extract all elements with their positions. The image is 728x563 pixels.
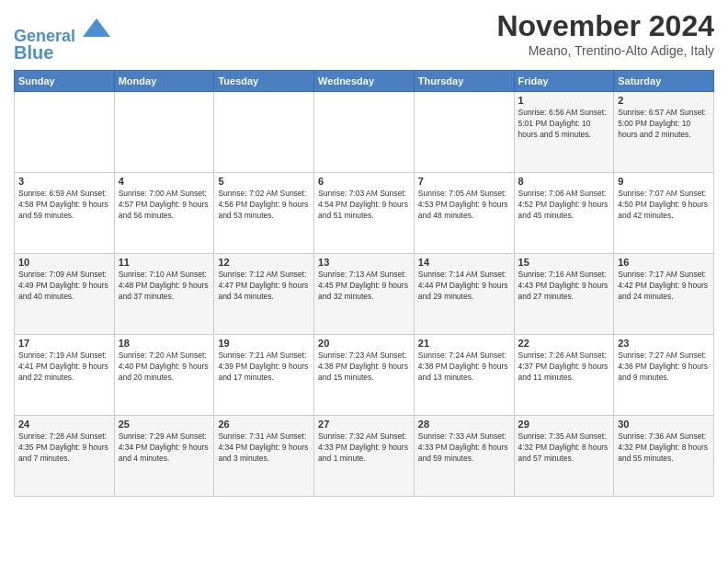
day-cell: 20Sunrise: 7:23 AM Sunset: 4:38 PM Dayli… [314,334,415,415]
day-info: Sunrise: 7:36 AM Sunset: 4:32 PM Dayligh… [618,431,710,465]
day-number: 10 [18,257,110,268]
logo: General Blue [14,14,110,63]
day-number: 3 [18,176,110,187]
day-cell [114,91,214,172]
day-info: Sunrise: 7:27 AM Sunset: 4:36 PM Dayligh… [618,350,710,384]
day-info: Sunrise: 7:20 AM Sunset: 4:40 PM Dayligh… [119,350,210,384]
svg-marker-0 [83,18,110,37]
day-number: 5 [218,176,310,187]
day-cell: 11Sunrise: 7:10 AM Sunset: 4:48 PM Dayli… [114,253,214,334]
day-cell: 2Sunrise: 6:57 AM Sunset: 5:00 PM Daylig… [614,91,714,172]
col-header-thursday: Thursday [414,70,514,91]
calendar-header-row: SundayMondayTuesdayWednesdayThursdayFrid… [15,70,714,91]
day-number: 7 [418,176,510,187]
col-header-saturday: Saturday [614,70,714,91]
day-info: Sunrise: 7:31 AM Sunset: 4:34 PM Dayligh… [218,431,310,465]
day-number: 26 [218,419,310,430]
day-number: 23 [618,338,710,349]
day-info: Sunrise: 7:06 AM Sunset: 4:52 PM Dayligh… [518,189,610,222]
day-info: Sunrise: 7:28 AM Sunset: 4:35 PM Dayligh… [18,431,110,465]
day-number: 28 [418,419,510,430]
day-cell: 27Sunrise: 7:32 AM Sunset: 4:33 PM Dayli… [314,415,415,496]
day-number: 22 [518,338,610,349]
month-title: November 2024 [496,9,714,43]
day-info: Sunrise: 7:16 AM Sunset: 4:43 PM Dayligh… [518,270,610,303]
day-info: Sunrise: 6:56 AM Sunset: 5:01 PM Dayligh… [518,108,610,141]
col-header-wednesday: Wednesday [314,70,415,91]
day-cell: 14Sunrise: 7:14 AM Sunset: 4:44 PM Dayli… [414,253,514,334]
day-info: Sunrise: 7:00 AM Sunset: 4:57 PM Dayligh… [119,189,210,222]
col-header-friday: Friday [514,70,614,91]
day-number: 17 [18,338,110,349]
day-info: Sunrise: 6:59 AM Sunset: 4:58 PM Dayligh… [18,189,110,222]
day-info: Sunrise: 7:19 AM Sunset: 4:41 PM Dayligh… [18,350,110,384]
day-cell [414,91,514,172]
day-info: Sunrise: 7:10 AM Sunset: 4:48 PM Dayligh… [119,270,210,303]
location: Meano, Trentino-Alto Adige, Italy [496,43,714,58]
day-info: Sunrise: 7:17 AM Sunset: 4:42 PM Dayligh… [618,270,710,303]
day-info: Sunrise: 6:57 AM Sunset: 5:00 PM Dayligh… [618,108,710,141]
day-info: Sunrise: 7:35 AM Sunset: 4:32 PM Dayligh… [518,431,610,465]
day-info: Sunrise: 7:32 AM Sunset: 4:33 PM Dayligh… [318,431,410,465]
day-number: 19 [218,338,310,349]
week-row-5: 24Sunrise: 7:28 AM Sunset: 4:35 PM Dayli… [15,415,714,496]
week-row-4: 17Sunrise: 7:19 AM Sunset: 4:41 PM Dayli… [15,334,714,415]
day-info: Sunrise: 7:14 AM Sunset: 4:44 PM Dayligh… [418,270,510,303]
day-number: 4 [119,176,210,187]
day-info: Sunrise: 7:29 AM Sunset: 4:34 PM Dayligh… [119,431,210,465]
day-info: Sunrise: 7:33 AM Sunset: 4:33 PM Dayligh… [418,431,510,465]
logo-icon [83,14,110,41]
header: General Blue November 2024 Meano, Trenti… [14,9,714,63]
day-cell: 3Sunrise: 6:59 AM Sunset: 4:58 PM Daylig… [15,172,115,253]
day-number: 21 [418,338,510,349]
day-number: 30 [618,419,710,430]
day-cell [214,91,314,172]
day-cell: 23Sunrise: 7:27 AM Sunset: 4:36 PM Dayli… [614,334,714,415]
day-cell [314,91,415,172]
day-number: 6 [318,176,410,187]
col-header-tuesday: Tuesday [214,70,314,91]
day-cell: 28Sunrise: 7:33 AM Sunset: 4:33 PM Dayli… [414,415,514,496]
day-cell: 9Sunrise: 7:07 AM Sunset: 4:50 PM Daylig… [614,172,714,253]
day-number: 11 [119,257,210,268]
day-number: 8 [518,176,610,187]
col-header-monday: Monday [114,70,214,91]
week-row-2: 3Sunrise: 6:59 AM Sunset: 4:58 PM Daylig… [15,172,714,253]
day-number: 1 [518,95,610,106]
day-cell: 26Sunrise: 7:31 AM Sunset: 4:34 PM Dayli… [214,415,314,496]
week-row-1: 1Sunrise: 6:56 AM Sunset: 5:01 PM Daylig… [15,91,714,172]
col-header-sunday: Sunday [15,70,115,91]
day-cell: 18Sunrise: 7:20 AM Sunset: 4:40 PM Dayli… [114,334,214,415]
day-number: 29 [518,419,610,430]
day-number: 24 [18,419,110,430]
day-cell: 25Sunrise: 7:29 AM Sunset: 4:34 PM Dayli… [114,415,214,496]
day-cell: 17Sunrise: 7:19 AM Sunset: 4:41 PM Dayli… [15,334,115,415]
day-number: 2 [618,95,710,106]
day-cell: 22Sunrise: 7:26 AM Sunset: 4:37 PM Dayli… [514,334,614,415]
day-cell: 7Sunrise: 7:05 AM Sunset: 4:53 PM Daylig… [414,172,514,253]
day-info: Sunrise: 7:05 AM Sunset: 4:53 PM Dayligh… [418,189,510,222]
day-number: 12 [218,257,310,268]
day-info: Sunrise: 7:03 AM Sunset: 4:54 PM Dayligh… [318,189,410,222]
day-info: Sunrise: 7:02 AM Sunset: 4:56 PM Dayligh… [218,189,310,222]
day-number: 15 [518,257,610,268]
day-number: 16 [618,257,710,268]
day-number: 25 [119,419,210,430]
calendar: SundayMondayTuesdayWednesdayThursdayFrid… [14,70,714,497]
day-info: Sunrise: 7:21 AM Sunset: 4:39 PM Dayligh… [218,350,310,384]
day-info: Sunrise: 7:23 AM Sunset: 4:38 PM Dayligh… [318,350,410,384]
day-cell: 24Sunrise: 7:28 AM Sunset: 4:35 PM Dayli… [15,415,115,496]
day-info: Sunrise: 7:13 AM Sunset: 4:45 PM Dayligh… [318,270,410,303]
page: General Blue November 2024 Meano, Trenti… [0,0,728,563]
day-cell: 8Sunrise: 7:06 AM Sunset: 4:52 PM Daylig… [514,172,614,253]
day-cell: 4Sunrise: 7:00 AM Sunset: 4:57 PM Daylig… [114,172,214,253]
day-info: Sunrise: 7:09 AM Sunset: 4:49 PM Dayligh… [18,270,110,303]
day-info: Sunrise: 7:12 AM Sunset: 4:47 PM Dayligh… [218,270,310,303]
day-info: Sunrise: 7:26 AM Sunset: 4:37 PM Dayligh… [518,350,610,384]
day-cell: 10Sunrise: 7:09 AM Sunset: 4:49 PM Dayli… [15,253,115,334]
day-cell: 29Sunrise: 7:35 AM Sunset: 4:32 PM Dayli… [514,415,614,496]
day-cell: 21Sunrise: 7:24 AM Sunset: 4:38 PM Dayli… [414,334,514,415]
day-number: 27 [318,419,410,430]
day-cell: 12Sunrise: 7:12 AM Sunset: 4:47 PM Dayli… [214,253,314,334]
day-cell: 16Sunrise: 7:17 AM Sunset: 4:42 PM Dayli… [614,253,714,334]
